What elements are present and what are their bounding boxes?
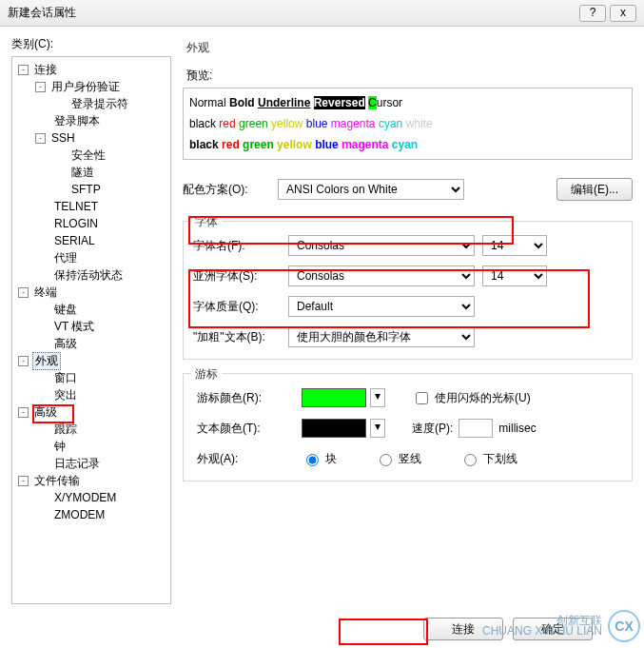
tree-terminal[interactable]: 终端 [32, 285, 59, 301]
preview-line2: black red green yellow blue magenta cyan… [189, 113, 626, 134]
font-quality-label: 字体质量(Q): [193, 299, 288, 315]
tree-zmodem[interactable]: ZMODEM [52, 508, 107, 521]
appearance-radio-group: 块 竖线 下划线 [302, 451, 517, 467]
connect-button[interactable]: 连接 [423, 618, 503, 640]
font-quality-select[interactable]: Default [288, 296, 475, 317]
chevron-down-icon[interactable]: ▾ [370, 419, 385, 438]
tree-login-prompt[interactable]: 登录提示符 [69, 96, 130, 112]
font-group: 字体 字体名(F): Consolas 14 亚洲字体(S): Consolas… [183, 221, 633, 360]
preview-line3: black red green yellow blue magenta cyan [189, 134, 626, 155]
tree-appearance[interactable]: 外观 [32, 352, 61, 370]
text-color-swatch[interactable] [302, 419, 366, 438]
tree-window[interactable]: 窗口 [52, 370, 79, 386]
radio-uline[interactable]: 下划线 [459, 451, 517, 467]
tree-filetransfer[interactable]: 文件传输 [32, 473, 82, 489]
pane-title: 外观 [186, 40, 633, 56]
font-legend: 字体 [191, 214, 222, 230]
tree-trace[interactable]: 跟踪 [52, 422, 79, 438]
preview-box: Normal Bold Underline Reversed Cursor bl… [183, 88, 633, 160]
window-controls: ? x [576, 5, 636, 22]
tree-keyboard[interactable]: 键盘 [52, 302, 79, 318]
speed-input[interactable] [459, 419, 493, 438]
tree-logging[interactable]: 日志记录 [52, 456, 102, 472]
asian-size-select[interactable]: 14 [482, 265, 547, 286]
blink-checkbox[interactable]: 使用闪烁的光标(U) [412, 389, 531, 407]
preview-label: 预览: [186, 68, 633, 84]
cursor-color-label: 游标颜色(R): [193, 390, 273, 406]
tree-tunnel[interactable]: 隧道 [69, 165, 96, 181]
speed-unit: millisec [498, 422, 536, 435]
minus-icon[interactable]: - [35, 82, 46, 92]
tree-rlogin[interactable]: RLOGIN [52, 217, 100, 230]
window-title: 新建会话属性 [8, 5, 76, 21]
radio-block[interactable]: 块 [302, 451, 337, 467]
tree-bell[interactable]: 钟 [52, 439, 68, 455]
edit-button[interactable]: 编辑(E)... [556, 178, 633, 201]
tree-advanced-term[interactable]: 高级 [52, 336, 79, 352]
font-size-select[interactable]: 14 [482, 235, 547, 256]
tree-advanced-appr[interactable]: 高级 [32, 404, 59, 421]
tree-vtmode[interactable]: VT 模式 [52, 319, 96, 335]
title-bar: 新建会话属性 ? x [0, 0, 644, 27]
cursor-legend: 游标 [191, 366, 222, 383]
minus-icon[interactable]: - [18, 287, 29, 298]
bold-text-select[interactable]: 使用大胆的颜色和字体 [288, 326, 475, 347]
text-color-label: 文本颜色(T): [193, 421, 273, 437]
minus-icon[interactable]: - [18, 356, 29, 366]
tree-ssh[interactable]: SSH [49, 131, 77, 145]
tree-sftp[interactable]: SFTP [69, 183, 103, 196]
radio-vline[interactable]: 竖线 [375, 451, 421, 467]
font-name-select[interactable]: Consolas [288, 235, 475, 256]
speed-label: 速度(P): [412, 421, 453, 437]
tree-security[interactable]: 安全性 [69, 147, 107, 164]
tree-xymodem[interactable]: X/YMODEM [52, 491, 118, 504]
scheme-select[interactable]: ANSI Colors on White [278, 179, 464, 200]
scheme-label: 配色方案(O): [183, 182, 278, 198]
bold-text-label: "加粗"文本(B): [193, 329, 288, 345]
cursor-group: 游标 游标颜色(R): ▾ 使用闪烁的光标(U) 文本颜色(T): ▾ 速度(P… [183, 373, 633, 481]
preview-line1: Normal Bold Underline Reversed Cursor [189, 92, 626, 113]
close-button[interactable]: x [610, 5, 636, 22]
tree-proxy[interactable]: 代理 [52, 250, 79, 266]
tree-serial[interactable]: SERIAL [52, 234, 97, 247]
minus-icon[interactable]: - [18, 407, 29, 418]
tree-auth[interactable]: 用户身份验证 [49, 79, 122, 95]
appearance-radio-label: 外观(A): [193, 451, 273, 467]
cursor-color-swatch[interactable] [302, 388, 366, 407]
tree-highlight[interactable]: 突出 [52, 387, 79, 403]
minus-icon[interactable]: - [35, 133, 46, 144]
tree-telnet[interactable]: TELNET [52, 200, 100, 213]
help-button[interactable]: ? [579, 5, 606, 22]
minus-icon[interactable]: - [18, 476, 29, 486]
ok-button[interactable]: 确定 [513, 618, 593, 640]
category-label: 类别(C): [11, 36, 171, 52]
tree-login-script[interactable]: 登录脚本 [52, 113, 102, 129]
category-tree[interactable]: -连接 -用户身份验证 登录提示符 登录脚本 -SSH 安全性 隧道 SFTP … [11, 56, 171, 604]
asian-font-select[interactable]: Consolas [288, 265, 475, 286]
chevron-down-icon[interactable]: ▾ [370, 388, 385, 407]
minus-icon[interactable]: - [18, 65, 29, 75]
asian-font-label: 亚洲字体(S): [193, 268, 288, 285]
font-name-label: 字体名(F): [193, 238, 288, 254]
tree-keepalive[interactable]: 保持活动状态 [52, 267, 125, 284]
footer-buttons: 连接 确定 [0, 618, 644, 640]
tree-connection[interactable]: 连接 [32, 62, 59, 78]
